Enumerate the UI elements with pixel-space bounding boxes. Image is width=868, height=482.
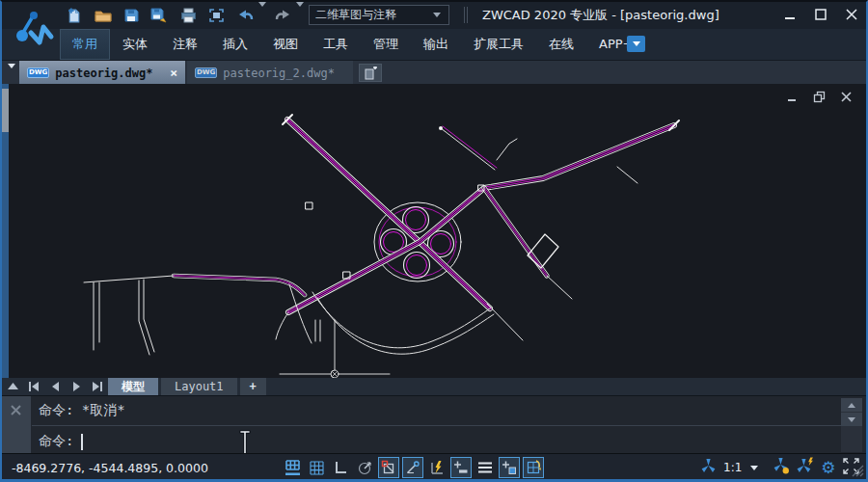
- command-gutter: [2, 396, 31, 454]
- command-scrollbar[interactable]: [841, 398, 862, 452]
- workspace-dropdown-icon: [433, 13, 441, 17]
- maximize-icon[interactable]: [812, 7, 829, 22]
- first-layout-icon[interactable]: [23, 378, 44, 395]
- annotation-autoscale-icon[interactable]: [797, 457, 814, 478]
- add-layout-button[interactable]: +: [240, 378, 266, 395]
- print-preview-icon[interactable]: [204, 5, 228, 26]
- command-line-panel: 命令: *取消* 命令:: [2, 395, 866, 453]
- doc-tab-pasteorig-2[interactable]: DWG pasteorig_2.dwg*: [187, 61, 353, 85]
- layout-tab-bar: 模型 Layout1 +: [2, 378, 866, 395]
- command-history-line: 命令: *取消*: [39, 402, 125, 419]
- grid-icon[interactable]: [306, 457, 327, 478]
- quick-properties-icon[interactable]: [475, 457, 496, 478]
- new-tab-button[interactable]: [359, 64, 382, 82]
- tab-online[interactable]: 在线: [536, 29, 586, 60]
- selection-cycling-icon[interactable]: [499, 457, 520, 478]
- quick-access-toolbar: ?: [62, 5, 337, 26]
- ortho-icon[interactable]: [330, 457, 351, 478]
- status-bar: -8469.2776, -4544.4895, 0.0000: [2, 453, 866, 482]
- lineweight-icon[interactable]: [450, 457, 472, 478]
- cad-drawing: [2, 84, 868, 378]
- otrack-icon[interactable]: [402, 457, 423, 478]
- status-right-cluster: 1:1 ⚙: [700, 456, 859, 479]
- close-icon[interactable]: [843, 7, 860, 22]
- doc-tab-pasteorig[interactable]: DWG pasteorig.dwg* ×: [19, 61, 185, 85]
- status-toggles: [282, 457, 544, 478]
- annotation-visibility-icon[interactable]: [773, 457, 790, 478]
- new-file-icon[interactable]: [62, 5, 85, 26]
- tab-tools[interactable]: 工具: [311, 29, 361, 60]
- minimize-icon[interactable]: [781, 7, 799, 22]
- ribbon-tabs: 常用 实体 注释 插入 视图 工具 管理 输出 扩展工具 在线 APP+: [60, 29, 645, 60]
- drawing-canvas[interactable]: [2, 84, 866, 378]
- print-icon[interactable]: [176, 5, 200, 26]
- dynamic-ucs-icon[interactable]: [523, 457, 544, 478]
- save-as-icon[interactable]: [148, 5, 171, 26]
- close-icon[interactable]: ×: [170, 67, 177, 79]
- undo-dropdown-icon[interactable]: [257, 7, 268, 25]
- command-separator: [32, 425, 841, 426]
- close-icon[interactable]: [10, 402, 22, 415]
- tab-home[interactable]: 常用: [60, 29, 110, 60]
- tab-insert[interactable]: 插入: [210, 29, 260, 60]
- tab-output[interactable]: 输出: [411, 29, 461, 60]
- tab-entity[interactable]: 实体: [110, 29, 160, 60]
- command-prompt[interactable]: 命令:: [39, 433, 82, 450]
- doc-tab-label: pasteorig.dwg*: [55, 67, 164, 80]
- workspace-selector[interactable]: 二维草图与注释: [309, 5, 449, 25]
- tab-layout1[interactable]: Layout1: [161, 378, 237, 395]
- coordinates-readout: -8469.2776, -4544.4895, 0.0000: [12, 454, 208, 482]
- chevron-down-icon: [633, 41, 640, 46]
- next-layout-icon[interactable]: [66, 378, 87, 395]
- scroll-up-icon[interactable]: [841, 398, 862, 412]
- scale-dropdown-icon[interactable]: [750, 466, 758, 470]
- tab-model[interactable]: 模型: [108, 378, 158, 395]
- resize-grip-icon[interactable]: [852, 463, 864, 481]
- annotation-scale-value[interactable]: 1:1: [723, 461, 742, 474]
- expand-up-icon[interactable]: [2, 378, 23, 395]
- scroll-down-icon[interactable]: [841, 413, 862, 426]
- ribbon-collapse-button[interactable]: [627, 36, 645, 52]
- redo-dropdown-icon[interactable]: [294, 7, 306, 25]
- zwcad-window: ? 二维草图与注释 ZWCAD 2020 专业版 - [pasteorig.dw…: [0, 0, 868, 482]
- tab-view[interactable]: 视图: [260, 29, 311, 60]
- new-tab-icon: [364, 67, 378, 80]
- tab-manage[interactable]: 管理: [361, 29, 411, 60]
- dynamic-input-icon[interactable]: [426, 457, 448, 478]
- polar-icon[interactable]: [354, 457, 375, 478]
- dwg-file-icon: DWG: [195, 67, 217, 78]
- snap-icon[interactable]: [282, 457, 303, 478]
- workspace-label: 二维草图与注释: [315, 7, 431, 23]
- title-bar: ? 二维草图与注释 ZWCAD 2020 专业版 - [pasteorig.dw…: [2, 2, 866, 29]
- undo-icon[interactable]: [233, 5, 257, 26]
- annotation-scale-icon[interactable]: [700, 458, 717, 478]
- osnap-icon[interactable]: [378, 457, 399, 478]
- ribbon-tab-row: 常用 实体 注释 插入 视图 工具 管理 输出 扩展工具 在线 APP+: [2, 29, 866, 60]
- redo-icon[interactable]: [271, 5, 294, 26]
- save-icon[interactable]: [120, 5, 143, 26]
- open-folder-icon[interactable]: [92, 5, 115, 26]
- tab-annotate[interactable]: 注释: [160, 29, 210, 60]
- dwg-file-icon: DWG: [27, 67, 49, 78]
- zwcad-logo[interactable]: [10, 4, 56, 54]
- doc-tab-label: pasteorig_2.dwg*: [223, 67, 345, 80]
- toolbar-separator: [464, 7, 468, 23]
- window-title: ZWCAD 2020 专业版 - [pasteorig.dwg]: [482, 2, 719, 29]
- last-layout-icon[interactable]: [87, 378, 108, 395]
- settings-gear-icon[interactable]: ⚙: [821, 460, 835, 476]
- prev-layout-icon[interactable]: [44, 378, 66, 395]
- document-tab-bar: DWG pasteorig.dwg* × DWG pasteorig_2.dwg…: [2, 60, 866, 84]
- text-caret: [81, 434, 83, 450]
- window-controls: [781, 7, 860, 22]
- tab-express-tools[interactable]: 扩展工具: [461, 29, 536, 60]
